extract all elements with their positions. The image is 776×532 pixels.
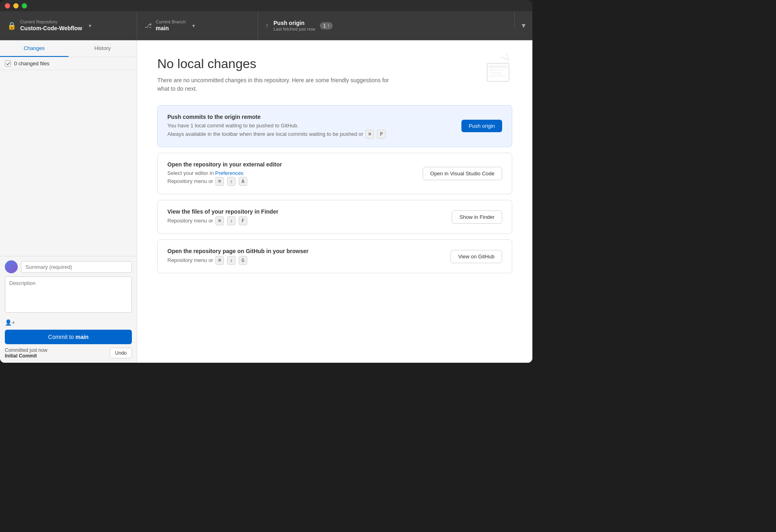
main-layout: Changes History 0 changed files <box>0 40 532 363</box>
show-finder-card: View the files of your repository in Fin… <box>157 200 512 234</box>
svg-rect-3 <box>489 73 502 74</box>
summary-input[interactable] <box>21 261 132 273</box>
push-origin-text: Push origin Last fetched just now <box>273 19 315 32</box>
kbd-a: A <box>239 177 247 186</box>
changed-files-label: 0 changed files <box>14 60 49 66</box>
push-commits-title: Push commits to the origin remote <box>167 114 453 120</box>
current-branch-section[interactable]: ⎇ Current Branch main ▼ <box>137 11 258 40</box>
repository-name: Custom-Code-Webflow <box>20 25 82 32</box>
show-finder-title: View the files of your repository in Fin… <box>167 208 444 215</box>
tab-history[interactable]: History <box>69 40 137 57</box>
push-up-arrow-icon: ↑ <box>265 22 269 29</box>
svg-rect-1 <box>489 65 507 68</box>
minimize-button[interactable] <box>13 3 19 8</box>
view-github-desc: Repository menu or ⌘ ⇧ G <box>167 256 442 265</box>
push-origin-section[interactable]: ↑ Push origin Last fetched just now 1 ↑ <box>258 11 514 40</box>
open-editor-desc: Select your editor in Preferences Reposi… <box>167 169 415 186</box>
kbd-shift3: ⇧ <box>227 256 236 265</box>
checkbox-check-icon <box>6 62 10 65</box>
push-commits-desc: You have 1 local commit waiting to be pu… <box>167 122 453 139</box>
view-github-title: Open the repository page on GitHub in yo… <box>167 248 442 254</box>
svg-rect-2 <box>489 69 504 71</box>
sidebar: Changes History 0 changed files <box>0 40 137 363</box>
changed-files-row: 0 changed files <box>0 57 137 70</box>
coauthors-row[interactable]: 👤+ <box>5 318 132 327</box>
open-vscode-button[interactable]: Open in Visual Studio Code <box>423 167 502 180</box>
coauthors-icon: 👤+ <box>5 319 15 326</box>
open-editor-text: Open the repository in your external edi… <box>167 161 415 186</box>
avatar <box>5 260 18 273</box>
branch-label: Current Branch <box>156 19 186 25</box>
show-in-finder-button[interactable]: Show in Finder <box>452 210 502 224</box>
kbd-g: G <box>239 256 247 265</box>
show-finder-text: View the files of your repository in Fin… <box>167 208 444 225</box>
commit-area: 👤+ Commit to main Committed just now Ini… <box>0 256 137 363</box>
branch-icon: ⎇ <box>144 22 152 29</box>
no-changes-title: No local changes <box>157 56 512 71</box>
show-finder-desc: Repository menu or ⌘ ⇧ F <box>167 216 444 225</box>
repository-chevron-icon: ▼ <box>88 23 92 28</box>
push-origin-sublabel: Last fetched just now <box>273 27 315 32</box>
kbd-shift2: ⇧ <box>227 216 236 225</box>
maximize-button[interactable] <box>22 3 27 8</box>
kbd-cmd4: ⌘ <box>215 256 224 265</box>
description-textarea[interactable] <box>5 276 132 313</box>
push-dropdown-chevron-icon: ▼ <box>520 22 527 29</box>
close-button[interactable] <box>5 3 10 8</box>
push-commits-text: Push commits to the origin remote You ha… <box>167 114 453 139</box>
committed-text: Committed just now Initial Commit <box>5 347 47 359</box>
commit-input-row <box>5 260 132 273</box>
branch-chevron-icon: ▼ <box>192 23 196 28</box>
repository-label: Current Repository <box>20 19 82 25</box>
push-origin-label: Push origin <box>273 19 315 27</box>
titlebar <box>0 0 532 11</box>
svg-rect-4 <box>489 75 506 77</box>
toolbar: 🔒 Current Repository Custom-Code-Webflow… <box>0 11 532 40</box>
view-github-card: Open the repository page on GitHub in yo… <box>157 239 512 273</box>
kbd-shift1: ⇧ <box>227 177 236 186</box>
push-count-badge: 1 ↑ <box>320 22 333 29</box>
branch-text: Current Branch main <box>156 19 186 32</box>
kbd-f: F <box>239 216 247 225</box>
push-commits-card: Push commits to the origin remote You ha… <box>157 105 512 147</box>
main-content: No local changes There are no uncommitte… <box>137 40 532 363</box>
push-origin-dropdown[interactable]: ▼ <box>515 11 532 40</box>
committed-row: Committed just now Initial Commit Undo <box>5 347 132 359</box>
no-changes-illustration <box>480 52 516 89</box>
push-origin-button[interactable]: Push origin <box>461 120 502 132</box>
sidebar-content <box>0 70 137 256</box>
open-editor-card: Open the repository in your external edi… <box>157 153 512 195</box>
kbd-cmd1: ⌘ <box>365 130 374 139</box>
open-editor-title: Open the repository in your external edi… <box>167 161 415 168</box>
lock-icon: 🔒 <box>7 21 16 30</box>
sidebar-tabs: Changes History <box>0 40 137 57</box>
commit-button[interactable]: Commit to main <box>5 330 132 344</box>
view-on-github-button[interactable]: View on GitHub <box>451 250 502 263</box>
repository-text: Current Repository Custom-Code-Webflow <box>20 19 82 32</box>
kbd-cmd2: ⌘ <box>215 177 224 186</box>
changed-files-checkbox[interactable] <box>5 60 11 66</box>
preferences-link[interactable]: Preferences <box>215 170 244 176</box>
branch-name: main <box>156 25 186 32</box>
kbd-cmd3: ⌘ <box>215 216 224 225</box>
kbd-p: P <box>377 130 386 139</box>
no-changes-subtitle: There are no uncommitted changes in this… <box>157 76 399 93</box>
undo-button[interactable]: Undo <box>110 348 132 358</box>
view-github-text: Open the repository page on GitHub in yo… <box>167 248 442 265</box>
tab-changes[interactable]: Changes <box>0 40 69 57</box>
current-repository-section[interactable]: 🔒 Current Repository Custom-Code-Webflow… <box>0 11 137 40</box>
